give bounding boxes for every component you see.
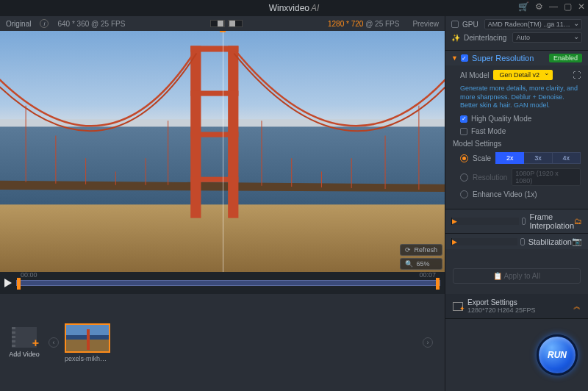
compare-divider-handle[interactable] (220, 31, 226, 32)
frame-interpolation-title: Frame Interpolation (529, 212, 574, 230)
hq-mode-label: High Quality Mode (471, 115, 531, 123)
export-detail: 1280*720 H264 25FPS (467, 306, 536, 314)
copy-icon: 📋 (493, 272, 502, 280)
svg-rect-10 (190, 177, 238, 182)
export-settings-button[interactable]: Export Settings 1280*720 H264 25FPS ︽ (445, 294, 588, 319)
play-button[interactable] (4, 279, 12, 287)
preview-info-bar: Original i 640 * 360 @ 25 FPS 1280 * 720… (0, 16, 445, 31)
original-label: Original (6, 20, 31, 28)
refresh-button[interactable]: ⟳Refresh (400, 244, 442, 256)
window-controls: 🛒 ⚙ — ▢ ✕ (518, 1, 585, 12)
scale-segmented: 2x 3x 4x (495, 152, 581, 164)
clip-thumbnail[interactable]: pexels-mikhail-nil (65, 323, 110, 362)
enabled-badge: Enabled (549, 54, 582, 62)
svg-rect-7 (190, 46, 238, 51)
gpu-checkbox[interactable] (451, 21, 459, 28)
frames-icon: 🗂 (574, 217, 582, 226)
chevron-up-icon: ︽ (573, 301, 581, 312)
ai-model-select[interactable]: Gen Detail v2 (493, 70, 553, 80)
ai-model-label: AI Model (460, 71, 489, 79)
deinterlace-select[interactable]: Auto (512, 32, 582, 43)
zoom-button[interactable]: 🔍65% (400, 258, 442, 270)
scale-3x[interactable]: 3x (524, 152, 552, 164)
svg-rect-9 (190, 132, 238, 137)
svg-rect-8 (190, 90, 238, 96)
refresh-icon: ⟳ (405, 246, 411, 254)
resolution-radio[interactable] (460, 173, 468, 182)
settings-panel: GPU AMD Radeon(TM) ..ga 11 Graph ✨ Deint… (445, 16, 588, 294)
clip-strip: Add Video ‹ pexels-mikhail-nil › (0, 294, 445, 391)
trim-start-handle[interactable] (17, 278, 21, 290)
zoom-icon: 🔍 (405, 260, 413, 268)
model-description: Generate more details, more clarity, and… (460, 85, 581, 110)
clips-next-button[interactable]: › (423, 337, 433, 348)
close-icon[interactable]: ✕ (578, 1, 585, 12)
compare-side-a-icon[interactable] (210, 20, 225, 27)
super-resolution-checkbox[interactable] (461, 54, 468, 62)
chevron-right-icon (451, 218, 519, 225)
scale-label: Scale (473, 154, 491, 162)
time-start: 00:00 (21, 271, 37, 279)
add-video-button[interactable]: Add Video (6, 327, 43, 358)
preview-label: Preview (412, 20, 439, 28)
frame-interpolation-checkbox[interactable] (522, 218, 526, 225)
info-icon[interactable]: i (40, 19, 49, 28)
resolution-select[interactable]: 1080P (1920 x 1080) (512, 168, 581, 186)
compare-mode-toggle[interactable] (210, 20, 243, 27)
thumbnail-name: pexels-mikhail-nil (65, 355, 110, 362)
gpu-select[interactable]: AMD Radeon(TM) ..ga 11 Graph (484, 19, 582, 29)
chevron-right-icon (451, 238, 517, 245)
model-settings-label: Model Settings (453, 140, 581, 148)
apply-to-all-button[interactable]: 📋 Apply to All (453, 268, 581, 284)
camera-icon: 📷 (572, 237, 582, 246)
cart-icon[interactable]: 🛒 (518, 1, 529, 12)
maximize-icon[interactable]: ▢ (564, 1, 572, 12)
enhance-radio[interactable] (460, 190, 468, 198)
stabilization-title: Stabilization (528, 237, 572, 246)
add-video-icon (12, 327, 37, 348)
enhance-label: Enhance Video (1x) (473, 190, 537, 198)
export-icon (453, 302, 463, 311)
fast-mode-label: Fast Mode (471, 127, 506, 135)
scale-radio[interactable] (460, 154, 468, 162)
title-bar: WinxvideoAI 🛒 ⚙ — ▢ ✕ (0, 0, 588, 16)
run-button[interactable]: RUN (537, 334, 578, 376)
trim-end-handle[interactable] (436, 278, 440, 290)
gpu-label: GPU (462, 21, 478, 29)
source-spec: 640 * 360 @ 25 FPS (57, 20, 125, 28)
scale-2x[interactable]: 2x (495, 152, 524, 164)
time-end: 00:07 (419, 271, 436, 279)
expand-icon[interactable]: ⛶ (573, 71, 581, 79)
settings-icon[interactable]: ⚙ (535, 1, 543, 12)
wand-icon: ✨ (451, 34, 460, 42)
scale-4x[interactable]: 4x (553, 152, 581, 164)
stabilization-checkbox[interactable] (520, 238, 525, 245)
stabilization-header[interactable]: Stabilization 📷 (445, 234, 588, 249)
output-spec: 1280 * 720 @ 25 FPS (328, 20, 399, 28)
resolution-label: Resolution (473, 173, 507, 182)
deinterlace-label: Deinterlacing (464, 34, 506, 42)
preview-pane[interactable]: ⟳Refresh 🔍65% (0, 31, 445, 272)
timeline-track[interactable]: 00:00 00:07 (16, 280, 440, 286)
add-video-label: Add Video (6, 351, 43, 358)
thumbnail-image (65, 323, 110, 353)
app-title: WinxvideoAI (269, 3, 320, 13)
compare-divider[interactable] (223, 31, 223, 272)
fast-mode-checkbox[interactable] (460, 128, 467, 135)
hq-mode-checkbox[interactable] (460, 115, 467, 123)
chevron-down-icon (451, 54, 458, 62)
frame-interpolation-header[interactable]: Frame Interpolation 🗂 (445, 209, 588, 233)
timeline: 00:00 00:07 (0, 272, 445, 294)
minimize-icon[interactable]: — (549, 1, 558, 12)
super-resolution-title: Super Resolution (472, 54, 549, 62)
export-title: Export Settings (467, 298, 536, 306)
compare-side-b-icon[interactable] (228, 20, 243, 27)
super-resolution-header[interactable]: Super Resolution Enabled (445, 51, 588, 65)
clips-prev-button[interactable]: ‹ (49, 337, 59, 348)
